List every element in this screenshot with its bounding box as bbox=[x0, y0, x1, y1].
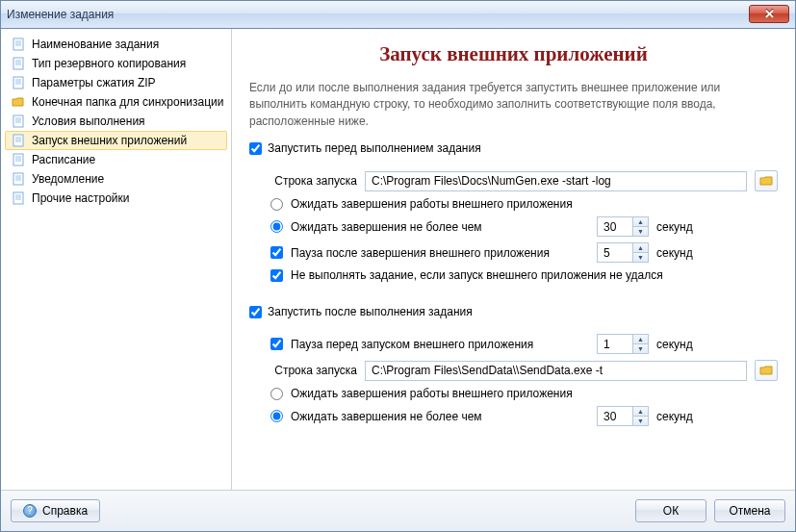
main-panel: Запуск внешних приложений Если до или по… bbox=[232, 29, 795, 490]
svg-rect-17 bbox=[13, 135, 23, 146]
before-wait-timeout-radio[interactable] bbox=[270, 220, 283, 233]
help-button-label: Справка bbox=[42, 504, 88, 518]
spin-down-icon[interactable]: ▼ bbox=[633, 227, 648, 236]
sidebar: Наименование задания Тип резервного копи… bbox=[1, 29, 232, 490]
sidebar-item-label: Наименование задания bbox=[32, 38, 159, 51]
folder-icon bbox=[759, 175, 773, 187]
sidebar-item-label: Уведомление bbox=[32, 172, 104, 186]
before-browse-button[interactable] bbox=[755, 170, 778, 191]
footer: ? Справка ОК Отмена bbox=[1, 490, 795, 531]
document-icon bbox=[11, 171, 26, 187]
before-pause-after-label: Пауза после завершения внешнего приложен… bbox=[291, 246, 589, 260]
sidebar-item-label: Условия выполнения bbox=[32, 114, 145, 128]
before-pause-after-checkbox[interactable] bbox=[270, 246, 283, 259]
spin-up-icon[interactable]: ▲ bbox=[633, 407, 648, 417]
after-wait-timeout-spinner[interactable]: ▲▼ bbox=[597, 406, 649, 426]
before-wait-finish-radio[interactable] bbox=[270, 198, 283, 211]
sidebar-item-label: Расписание bbox=[32, 153, 95, 166]
spin-up-icon[interactable]: ▲ bbox=[633, 335, 648, 344]
after-pause-before-spinner[interactable]: ▲▼ bbox=[597, 334, 649, 354]
after-enable-label: Запустить после выполнения задания bbox=[268, 305, 473, 318]
page-title: Запуск внешних приложений bbox=[249, 42, 778, 66]
svg-rect-4 bbox=[13, 58, 23, 69]
after-wait-finish-radio[interactable] bbox=[270, 388, 283, 400]
after-enable-checkbox[interactable] bbox=[249, 306, 262, 318]
sidebar-item-schedule[interactable]: Расписание bbox=[5, 150, 227, 169]
sidebar-item-dest-folder[interactable]: Конечная папка для синхронизации bbox=[5, 92, 227, 112]
svg-rect-8 bbox=[13, 77, 23, 89]
sidebar-item-label: Тип резервного копирования bbox=[32, 57, 186, 70]
content: Наименование задания Тип резервного копи… bbox=[1, 29, 795, 490]
before-wait-timeout-label: Ожидать завершения не более чем bbox=[291, 220, 589, 234]
svg-rect-0 bbox=[13, 38, 23, 50]
before-pause-after-spinner[interactable]: ▲▼ bbox=[597, 242, 649, 263]
svg-rect-29 bbox=[13, 192, 23, 204]
before-pause-after-unit: секунд bbox=[656, 246, 693, 260]
sidebar-item-notification[interactable]: Уведомление bbox=[5, 169, 227, 189]
document-icon bbox=[11, 114, 26, 129]
document-icon bbox=[11, 37, 26, 52]
help-icon: ? bbox=[23, 504, 37, 518]
ok-button-label: ОК bbox=[663, 504, 679, 518]
sidebar-item-other[interactable]: Прочие настройки bbox=[5, 189, 227, 208]
after-browse-button[interactable] bbox=[755, 360, 778, 381]
after-pause-before-checkbox[interactable] bbox=[270, 338, 283, 350]
after-pause-before-unit: секунд bbox=[656, 338, 693, 351]
window: Изменение задания ✕ Наименование задания… bbox=[0, 0, 796, 532]
after-cmd-input[interactable] bbox=[365, 361, 747, 381]
before-group: Строка запуска Ожидать завершения работы… bbox=[249, 161, 778, 297]
close-icon: ✕ bbox=[764, 7, 775, 21]
after-wait-timeout-label: Ожидать завершения не более чем bbox=[291, 410, 589, 423]
folder-icon bbox=[759, 365, 773, 376]
close-button[interactable]: ✕ bbox=[749, 5, 789, 23]
window-title: Изменение задания bbox=[7, 8, 114, 21]
before-enable-label: Запустить перед выполнением задания bbox=[268, 141, 481, 155]
sidebar-item-label: Запуск внешних приложений bbox=[32, 134, 187, 147]
after-group: Пауза перед запуском внешнего приложения… bbox=[249, 324, 778, 442]
sidebar-item-name[interactable]: Наименование задания bbox=[5, 35, 227, 54]
sidebar-item-label: Конечная папка для синхронизации bbox=[32, 95, 223, 109]
sidebar-item-external-apps[interactable]: Запуск внешних приложений bbox=[5, 131, 227, 150]
svg-marker-33 bbox=[760, 177, 772, 185]
after-wait-timeout-radio[interactable] bbox=[270, 410, 283, 422]
sidebar-item-zip[interactable]: Параметры сжатия ZIP bbox=[5, 73, 227, 92]
before-wait-finish-label: Ожидать завершения работы внешнего прило… bbox=[291, 197, 573, 211]
before-abort-checkbox[interactable] bbox=[270, 269, 283, 282]
before-cmd-label: Строка запуска bbox=[270, 174, 357, 188]
svg-rect-13 bbox=[13, 115, 23, 127]
svg-marker-34 bbox=[760, 367, 772, 374]
page-description: Если до или после выполнения задания тре… bbox=[249, 80, 778, 130]
before-enable-checkbox[interactable] bbox=[249, 142, 262, 155]
document-icon bbox=[11, 190, 26, 206]
after-cmd-label: Строка запуска bbox=[270, 364, 357, 377]
document-icon bbox=[11, 56, 26, 71]
help-button[interactable]: ? Справка bbox=[11, 499, 100, 522]
spin-down-icon[interactable]: ▼ bbox=[633, 253, 648, 262]
cancel-button[interactable]: Отмена bbox=[714, 499, 785, 522]
sidebar-item-backup-type[interactable]: Тип резервного копирования bbox=[5, 54, 227, 73]
folder-icon bbox=[11, 94, 26, 110]
sidebar-item-conditions[interactable]: Условия выполнения bbox=[5, 112, 227, 131]
spin-up-icon[interactable]: ▲ bbox=[633, 217, 648, 227]
spin-down-icon[interactable]: ▼ bbox=[633, 417, 648, 425]
document-icon bbox=[11, 75, 26, 90]
spin-up-icon[interactable]: ▲ bbox=[633, 243, 648, 253]
svg-rect-21 bbox=[13, 154, 23, 165]
svg-rect-25 bbox=[13, 173, 23, 185]
ok-button[interactable]: ОК bbox=[635, 499, 706, 522]
cancel-button-label: Отмена bbox=[729, 504, 770, 518]
after-wait-timeout-unit: секунд bbox=[656, 410, 693, 423]
sidebar-item-label: Прочие настройки bbox=[32, 191, 129, 205]
sidebar-item-label: Параметры сжатия ZIP bbox=[32, 76, 156, 89]
before-wait-timeout-spinner[interactable]: ▲▼ bbox=[597, 216, 649, 237]
before-abort-label: Не выполнять задание, если запуск внешне… bbox=[291, 268, 663, 282]
document-icon bbox=[11, 133, 26, 148]
document-icon bbox=[11, 152, 26, 167]
after-pause-before-label: Пауза перед запуском внешнего приложения bbox=[291, 338, 589, 351]
before-wait-timeout-unit: секунд bbox=[656, 220, 693, 234]
svg-marker-12 bbox=[13, 98, 23, 106]
before-cmd-input[interactable] bbox=[365, 171, 747, 191]
title-bar: Изменение задания ✕ bbox=[1, 1, 795, 29]
spin-down-icon[interactable]: ▼ bbox=[633, 344, 648, 353]
after-wait-finish-label: Ожидать завершения работы внешнего прило… bbox=[291, 387, 573, 400]
